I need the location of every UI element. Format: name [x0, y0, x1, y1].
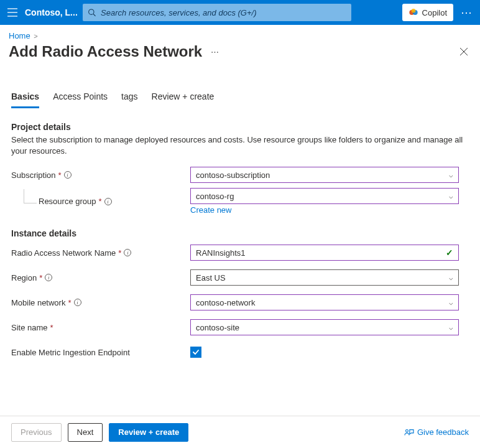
- enable-metric-checkbox[interactable]: [190, 347, 201, 358]
- section-instance-details: Instance details: [11, 228, 469, 238]
- top-bar: Contoso, L... Copilot ⋯: [0, 0, 480, 25]
- ran-name-label: Radio Access Network Name: [11, 248, 116, 258]
- svg-point-7: [411, 9, 415, 13]
- info-icon[interactable]: i: [45, 274, 52, 281]
- project-details-description: Select the subscription to manage deploy…: [11, 134, 469, 157]
- search-input[interactable]: [99, 7, 346, 18]
- topbar-more-icon[interactable]: ⋯: [458, 6, 475, 19]
- valid-checkmark-icon: ✓: [446, 248, 453, 258]
- copilot-label: Copilot: [422, 8, 447, 17]
- subscription-label: Subscription: [11, 170, 56, 180]
- give-feedback-link[interactable]: Give feedback: [404, 427, 469, 437]
- page-more-icon[interactable]: ⋯: [211, 47, 219, 57]
- region-label: Region: [11, 273, 37, 282]
- info-icon[interactable]: i: [64, 171, 72, 179]
- required-asterisk: *: [50, 323, 53, 332]
- resource-group-label: Resource group: [39, 197, 96, 206]
- tab-basics[interactable]: Basics: [11, 88, 39, 108]
- tab-tags[interactable]: tags: [121, 88, 137, 108]
- field-subscription: Subscription * i contoso-subscription ⌵: [11, 167, 469, 183]
- copilot-button[interactable]: Copilot: [402, 4, 453, 21]
- mobile-network-value: contoso-network: [196, 298, 255, 307]
- subscription-select[interactable]: contoso-subscription ⌵: [190, 167, 459, 183]
- review-create-button[interactable]: Review + create: [109, 423, 188, 442]
- required-asterisk: *: [68, 298, 71, 307]
- mobile-network-select[interactable]: contoso-network ⌵: [190, 294, 459, 310]
- wizard-footer: Previous Next Review + create Give feedb…: [0, 416, 480, 448]
- search-icon: [88, 8, 96, 17]
- next-button[interactable]: Next: [68, 423, 103, 442]
- required-asterisk: *: [39, 273, 42, 282]
- form-tabs: Basics Access Points tags Review + creat…: [0, 88, 480, 108]
- info-icon[interactable]: i: [104, 198, 112, 205]
- site-name-select[interactable]: contoso-site ⌵: [190, 319, 459, 335]
- chevron-right-icon: >: [32, 32, 39, 40]
- region-value: East US: [196, 273, 226, 282]
- ran-name-input[interactable]: RANInsights1 ✓: [190, 245, 459, 261]
- chevron-down-icon: ⌵: [449, 171, 453, 179]
- field-ran-name: Radio Access Network Name * i RANInsight…: [11, 245, 469, 261]
- mobile-network-label: Mobile network: [11, 298, 65, 307]
- feedback-label: Give feedback: [417, 427, 469, 437]
- svg-point-10: [405, 429, 408, 432]
- breadcrumb: Home >: [0, 25, 480, 40]
- field-mobile-network: Mobile network * i contoso-network ⌵: [11, 294, 469, 310]
- global-search[interactable]: [83, 4, 351, 21]
- create-new-link[interactable]: Create new: [190, 205, 231, 215]
- copilot-icon: [408, 7, 418, 17]
- svg-line-4: [93, 14, 95, 16]
- region-select[interactable]: East US ⌵: [190, 269, 459, 286]
- info-icon[interactable]: i: [74, 299, 81, 306]
- form-content: Project details Select the subscription …: [0, 108, 480, 360]
- field-region: Region * i East US ⌵: [11, 269, 469, 286]
- enable-metric-label: Enable Metric Ingestion Endpoint: [11, 348, 130, 357]
- field-enable-metric: Enable Metric Ingestion Endpoint: [11, 344, 469, 360]
- breadcrumb-home[interactable]: Home: [9, 31, 30, 40]
- subscription-value: contoso-subscription: [196, 170, 270, 180]
- chevron-down-icon: ⌵: [449, 192, 453, 200]
- feedback-icon: [404, 428, 414, 437]
- resource-group-value: contoso-rg: [196, 192, 234, 201]
- field-resource-group: Resource group * i contoso-rg ⌵ Create n…: [11, 188, 469, 215]
- required-asterisk: *: [118, 248, 121, 258]
- site-name-label: Site name: [11, 323, 48, 332]
- tab-review-create[interactable]: Review + create: [152, 88, 215, 108]
- field-site-name: Site name * contoso-site ⌵: [11, 319, 469, 335]
- tenant-name[interactable]: Contoso, L...: [25, 7, 78, 17]
- required-asterisk: *: [99, 197, 102, 206]
- previous-button: Previous: [11, 423, 62, 442]
- tab-access-points[interactable]: Access Points: [53, 88, 108, 108]
- hamburger-menu-icon[interactable]: [5, 5, 20, 20]
- chevron-down-icon: ⌵: [449, 324, 453, 332]
- svg-point-3: [88, 9, 93, 14]
- page-header: Add Radio Access Network ⋯: [0, 40, 480, 60]
- info-icon[interactable]: i: [124, 249, 131, 256]
- required-asterisk: *: [58, 170, 62, 180]
- ran-name-value: RANInsights1: [196, 248, 245, 258]
- site-name-value: contoso-site: [196, 323, 239, 332]
- chevron-down-icon: ⌵: [449, 299, 453, 307]
- close-icon[interactable]: [456, 44, 471, 59]
- chevron-down-icon: ⌵: [449, 274, 453, 282]
- resource-group-select[interactable]: contoso-rg ⌵: [190, 188, 459, 204]
- page-title: Add Radio Access Network: [9, 43, 202, 60]
- section-project-details: Project details: [11, 122, 469, 132]
